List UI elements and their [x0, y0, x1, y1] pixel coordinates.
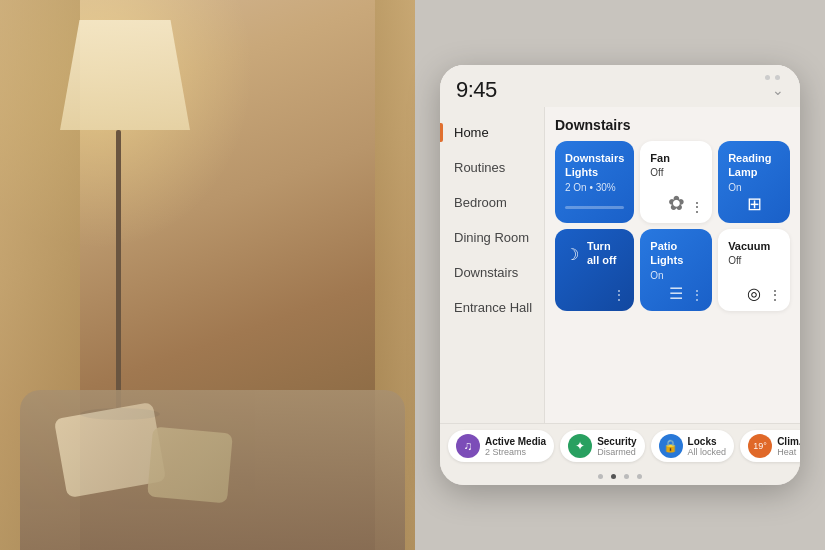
vacuum-icon: ◎	[747, 284, 761, 303]
tile-patio-lights-title: Patio Lights	[650, 239, 702, 268]
security-sub: Disarmed	[597, 447, 636, 457]
climate-sub: Heat	[777, 447, 800, 457]
fan-icon: ✿	[668, 191, 685, 215]
turn-off-menu-icon[interactable]: ⋮	[612, 287, 626, 303]
tiles-grid: Downstairs Lights 2 On • 30% Fan Off ✿ ⋮	[555, 141, 790, 311]
vacuum-symbol: ◎	[747, 285, 761, 302]
locks-text: Locks All locked	[688, 436, 727, 457]
security-icon: ✦	[568, 434, 592, 458]
security-text: Security Disarmed	[597, 436, 636, 457]
status-bar: ♫ Active Media 2 Streams ✦ Security Disa…	[440, 423, 800, 468]
sofa-cushion-2	[147, 427, 233, 504]
moon-icon: ☽	[565, 245, 579, 264]
tile-reading-lamp-title: Reading Lamp	[728, 151, 780, 180]
display-panel: 9:45 ⌄ Home Routines Bedroom Dining Room	[415, 0, 825, 550]
page-dots	[440, 468, 800, 485]
time-display: 9:45	[456, 77, 497, 103]
dot-3	[624, 474, 629, 479]
locks-icon: 🔒	[659, 434, 683, 458]
patio-menu-icon[interactable]: ⋮	[690, 287, 704, 303]
dot-4	[637, 474, 642, 479]
status-chip-active-media[interactable]: ♫ Active Media 2 Streams	[448, 430, 554, 462]
photo-panel	[0, 0, 415, 550]
status-chip-locks[interactable]: 🔒 Locks All locked	[651, 430, 735, 462]
dot-2	[611, 474, 616, 479]
sidebar-item-home[interactable]: Home	[440, 115, 544, 150]
device-dot-2	[775, 75, 780, 80]
tile-downstairs-lights-sub: 2 On • 30%	[565, 182, 624, 193]
active-media-icon: ♫	[456, 434, 480, 458]
tile-vacuum-title: Vacuum	[728, 239, 780, 253]
active-media-text: Active Media 2 Streams	[485, 436, 546, 457]
sidebar-item-routines[interactable]: Routines	[440, 150, 544, 185]
tile-turn-all-off-title: Turn all off	[587, 239, 624, 268]
section-title: Downstairs	[555, 117, 790, 133]
tile-patio-lights[interactable]: Patio Lights On ☰ ⋮	[640, 229, 712, 311]
status-chip-security[interactable]: ✦ Security Disarmed	[560, 430, 644, 462]
active-media-title: Active Media	[485, 436, 546, 447]
tile-reading-lamp[interactable]: Reading Lamp On ⊞	[718, 141, 790, 223]
tile-patio-lights-sub: On	[650, 270, 702, 281]
fan-symbol: ✿	[668, 192, 685, 214]
locks-sub: All locked	[688, 447, 727, 457]
tile-fan-sub: Off	[650, 167, 702, 178]
sidebar-item-entrance-hall[interactable]: Entrance Hall	[440, 290, 544, 325]
lamp-pole	[116, 130, 121, 410]
climate-title: Clim...	[777, 436, 800, 447]
active-media-sub: 2 Streams	[485, 447, 546, 457]
main-content: Downstairs Downstairs Lights 2 On • 30% …	[545, 107, 800, 423]
tile-downstairs-lights[interactable]: Downstairs Lights 2 On • 30%	[555, 141, 634, 223]
lamp-shade	[60, 20, 190, 130]
reading-lamp-icon: ⊞	[747, 193, 762, 215]
sidebar-item-bedroom[interactable]: Bedroom	[440, 185, 544, 220]
device-led-dots	[765, 75, 780, 80]
topbar: 9:45 ⌄	[440, 65, 800, 107]
status-chip-climate[interactable]: 19° Clim... Heat	[740, 430, 800, 462]
smart-display: 9:45 ⌄ Home Routines Bedroom Dining Room	[440, 65, 800, 485]
dot-1	[598, 474, 603, 479]
chevron-down-icon[interactable]: ⌄	[772, 82, 784, 98]
sidebar-item-dining-room[interactable]: Dining Room	[440, 220, 544, 255]
nav-sidebar: Home Routines Bedroom Dining Room Downst…	[440, 107, 545, 423]
tile-turn-all-off[interactable]: ☽ Turn all off ⋮	[555, 229, 634, 311]
tile-reading-lamp-sub: On	[728, 182, 780, 193]
sidebar-item-downstairs[interactable]: Downstairs	[440, 255, 544, 290]
display-content: Home Routines Bedroom Dining Room Downst…	[440, 107, 800, 423]
tile-downstairs-lights-slider	[565, 206, 624, 209]
tile-fan[interactable]: Fan Off ✿ ⋮	[640, 141, 712, 223]
sofa	[20, 390, 405, 550]
security-title: Security	[597, 436, 636, 447]
locks-title: Locks	[688, 436, 727, 447]
climate-icon: 19°	[748, 434, 772, 458]
vacuum-menu-icon[interactable]: ⋮	[768, 287, 782, 303]
tile-vacuum-sub: Off	[728, 255, 780, 266]
tile-vacuum[interactable]: Vacuum Off ◎ ⋮	[718, 229, 790, 311]
list-symbol: ☰	[669, 285, 683, 302]
tile-fan-title: Fan	[650, 151, 702, 165]
device-dot-1	[765, 75, 770, 80]
fan-menu-icon[interactable]: ⋮	[690, 199, 704, 215]
climate-text: Clim... Heat	[777, 436, 800, 457]
grid-symbol: ⊞	[747, 194, 762, 214]
patio-list-icon: ☰	[669, 284, 683, 303]
tile-downstairs-lights-title: Downstairs Lights	[565, 151, 624, 180]
